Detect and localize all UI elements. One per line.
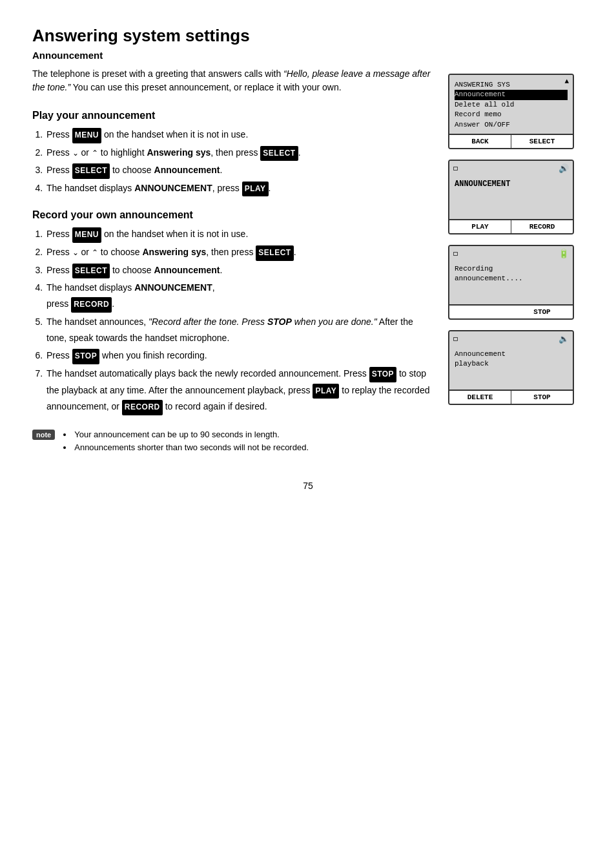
device-4: ◻ 🔈 Announcement playback DELETE STOP bbox=[448, 330, 574, 405]
device-3-stop-btn: STOP bbox=[511, 306, 573, 318]
record-step-6: Press STOP when you finish recording. bbox=[45, 348, 435, 364]
device-4-screen-text: Announcement playback bbox=[455, 349, 568, 369]
play-section: Play your announcement Press MENU on the… bbox=[32, 110, 435, 196]
play-key-2: PLAY bbox=[313, 384, 339, 399]
device-1: ▲ ANSWERING SYS Announcement Delete all … bbox=[448, 74, 574, 149]
device-3-screen: ◻ 🔋 Recording announcement.... bbox=[449, 246, 573, 304]
device-4-stop-btn: STOP bbox=[511, 391, 573, 404]
record-key-2: RECORD bbox=[122, 400, 163, 415]
device-1-screen: ▲ ANSWERING SYS Announcement Delete all … bbox=[449, 75, 573, 134]
device-2-footer: PLAY RECORD bbox=[449, 219, 573, 233]
speaker-icon-4: 🔈 bbox=[559, 334, 569, 344]
play-step-3: Press SELECT to choose Announcement. bbox=[45, 162, 435, 179]
chevron-down-1: ⌄ bbox=[72, 147, 79, 161]
record-step-5: The handset announces, "Record after the… bbox=[45, 314, 435, 346]
speaker-icon-3: 🔋 bbox=[559, 249, 569, 259]
note-box: note Your announcement can be up to 90 s… bbox=[32, 428, 435, 455]
device-1-back-btn: BACK bbox=[449, 135, 511, 148]
note-content: Your announcement can be up to 90 second… bbox=[63, 428, 309, 455]
device-1-screen-text: ANSWERING SYS Announcement Delete all ol… bbox=[455, 80, 568, 130]
record-step-1: Press MENU on the handset when it is not… bbox=[45, 226, 435, 243]
device-3: ◻ 🔋 Recording announcement.... STOP bbox=[448, 245, 574, 320]
menu-key-2: MENU bbox=[72, 227, 101, 243]
play-key-1: PLAY bbox=[242, 182, 269, 197]
devices-column: ▲ ANSWERING SYS Announcement Delete all … bbox=[448, 74, 584, 405]
record-section-heading: Record your own announcement bbox=[32, 209, 435, 221]
device-3-footer: STOP bbox=[449, 304, 573, 318]
device-3-screen-text: Recording announcement.... bbox=[455, 264, 568, 284]
play-step-4: The handset displays ANNOUNCEMENT, press… bbox=[45, 180, 435, 197]
record-step-2: Press ⌄ or ⌃ to choose Answering sys, th… bbox=[45, 244, 435, 261]
device-1-select-btn: SELECT bbox=[511, 135, 573, 148]
menu-key-1: MENU bbox=[72, 128, 101, 143]
device-2: ◻ 🔊 ANNOUNCEMENT PLAY RECORD bbox=[448, 160, 574, 234]
select-key-4: SELECT bbox=[72, 264, 110, 279]
record-step-3: Press SELECT to choose Announcement. bbox=[45, 262, 435, 279]
chevron-up-2: ⌃ bbox=[92, 246, 98, 260]
arrow-up-icon: ▲ bbox=[564, 78, 569, 85]
section-subtitle: Announcement bbox=[32, 50, 584, 61]
device-4-screen: ◻ 🔈 Announcement playback bbox=[449, 331, 573, 390]
note-item-2: Announcements shorter than two seconds w… bbox=[73, 441, 309, 455]
device-2-record-btn: RECORD bbox=[511, 220, 573, 233]
device-4-footer: DELETE STOP bbox=[449, 390, 573, 404]
phone-icon-4: ◻ bbox=[453, 334, 458, 344]
play-steps-list: Press MENU on the handset when it is not… bbox=[45, 127, 435, 196]
select-key-3: SELECT bbox=[256, 245, 293, 261]
device-2-screen: ◻ 🔊 ANNOUNCEMENT bbox=[449, 161, 573, 219]
record-step-4: The handset displays ANNOUNCEMENT,press … bbox=[45, 280, 435, 313]
intro-paragraph: The telephone is preset with a greeting … bbox=[32, 67, 435, 94]
record-key-1: RECORD bbox=[71, 297, 112, 313]
device-4-delete-btn: DELETE bbox=[449, 391, 511, 404]
page-title: Answering system settings bbox=[32, 26, 584, 46]
stop-key-2: STOP bbox=[369, 367, 396, 382]
select-key-1: SELECT bbox=[260, 146, 298, 161]
device-2-screen-text: ANNOUNCEMENT bbox=[455, 179, 568, 190]
phone-icon-3: ◻ bbox=[453, 249, 458, 258]
stop-key-1: STOP bbox=[72, 349, 99, 364]
chevron-down-2: ⌄ bbox=[72, 246, 79, 260]
record-steps-list: Press MENU on the handset when it is not… bbox=[45, 226, 435, 415]
device-2-play-btn: PLAY bbox=[449, 220, 511, 233]
device-1-footer: BACK SELECT bbox=[449, 134, 573, 148]
select-key-2: SELECT bbox=[72, 163, 110, 179]
note-item-1: Your announcement can be up to 90 second… bbox=[73, 428, 309, 442]
play-step-2: Press ⌄ or ⌃ to highlight Answering sys,… bbox=[45, 145, 435, 161]
speaker-icon-2: 🔊 bbox=[559, 163, 569, 174]
record-section: Record your own announcement Press MENU … bbox=[32, 209, 435, 415]
phone-icon-2: ◻ bbox=[453, 163, 458, 173]
play-section-heading: Play your announcement bbox=[32, 110, 435, 121]
record-step-7: The handset automatically plays back the… bbox=[45, 366, 435, 415]
chevron-up-1: ⌃ bbox=[92, 147, 98, 161]
page-number: 75 bbox=[32, 481, 584, 491]
note-label: note bbox=[32, 430, 55, 440]
play-step-1: Press MENU on the handset when it is not… bbox=[45, 127, 435, 143]
